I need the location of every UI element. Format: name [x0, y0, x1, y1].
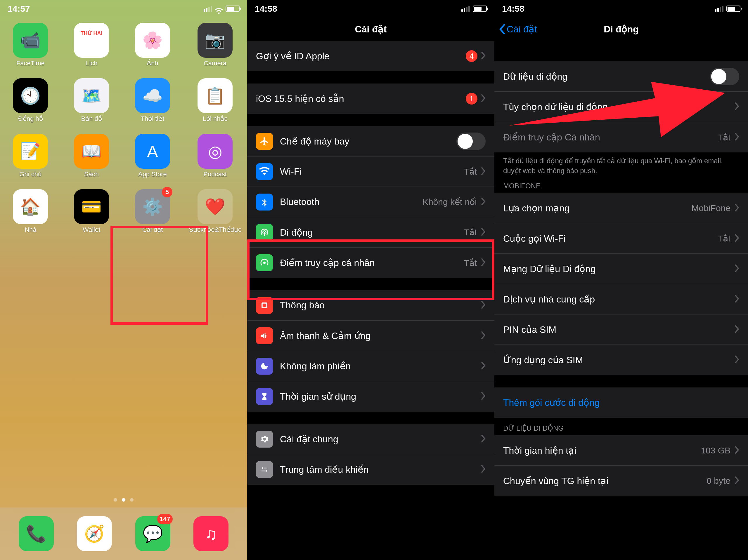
app-s-ckh-e-th-d-c[interactable]: ❤️Sứckhỏe&Thểdục: [189, 189, 241, 234]
row-label: Dữ liệu di động: [503, 71, 710, 82]
page-dot[interactable]: [114, 498, 117, 502]
row-value: Tắt: [717, 132, 730, 143]
app-nh-[interactable]: 🏠Nhà: [6, 189, 55, 234]
row-label: Dịch vụ nhà cung cấp: [503, 294, 734, 305]
badge: 1: [466, 93, 477, 104]
app-th-i-ti-t[interactable]: ☁️Thời tiết: [128, 78, 177, 123]
chevron-right-icon: [481, 465, 486, 474]
app-label: Thời tiết: [141, 115, 164, 123]
app-label: App Store: [138, 171, 167, 178]
app-podcast[interactable]: ◎Podcast: [189, 134, 241, 178]
chevron-right-icon: [734, 133, 739, 142]
dock-music[interactable]: ♫: [193, 516, 229, 551]
chevron-right-icon: [734, 204, 739, 213]
settings-row[interactable]: Cuộc gọi Wi-FiTắt: [494, 223, 748, 254]
settings-row[interactable]: Thông báo: [247, 290, 494, 321]
app-s-ch[interactable]: 📖Sách: [67, 134, 116, 178]
settings-row[interactable]: Không làm phiền: [247, 351, 494, 381]
app-facetime[interactable]: 📹FaceTime: [6, 23, 55, 67]
settings-row[interactable]: BluetoothKhông kết nối: [247, 187, 494, 217]
control-icon: [256, 461, 273, 478]
app-icon: 💳: [74, 189, 109, 224]
app-c-i-t[interactable]: ⚙️5Cài đặt: [128, 189, 177, 234]
dock-phone[interactable]: 📞: [19, 516, 54, 551]
settings-row[interactable]: Chuyển vùng TG hiện tại0 byte: [494, 466, 748, 496]
app-label: Đồng hồ: [18, 115, 43, 123]
back-button[interactable]: Cài đặt: [499, 24, 537, 35]
app-b-n-[interactable]: 🗺️Bản đồ: [67, 78, 116, 123]
app-ghi-ch-[interactable]: 📝Ghi chú: [6, 134, 55, 178]
settings-row[interactable]: PIN của SIM: [494, 314, 748, 345]
app-icon: 🏠: [13, 189, 48, 224]
dnd-icon: [256, 358, 273, 374]
app-label: Bản đồ: [81, 115, 102, 123]
status-bar: 14:58: [494, 0, 748, 18]
app--nh[interactable]: 🌸Ảnh: [128, 23, 177, 67]
cellular-icon: [256, 224, 273, 241]
chevron-right-icon: [734, 234, 739, 243]
settings-row[interactable]: Chế độ máy bay: [247, 126, 494, 156]
dock: 📞🧭💬147♫: [0, 507, 247, 560]
status-right: [715, 5, 741, 12]
settings-row[interactable]: Thời gian sử dụng: [247, 381, 494, 412]
chevron-right-icon: [481, 228, 486, 237]
settings-row[interactable]: Ứng dụng của SIM: [494, 345, 748, 375]
settings-row[interactable]: Di độngTắt: [247, 217, 494, 248]
app-app-store[interactable]: AApp Store: [128, 134, 177, 178]
badge: 4: [466, 50, 477, 62]
app-l-ch[interactable]: THỨ HAI6Lịch: [67, 23, 116, 67]
settings-row[interactable]: Gợi ý về ID Apple4: [247, 41, 494, 71]
add-plan-row[interactable]: Thêm gói cước di động: [494, 387, 748, 418]
page-dot[interactable]: [130, 498, 134, 502]
app-label: Sách: [84, 171, 99, 178]
app--ng-h-[interactable]: 🕙Đồng hồ: [6, 78, 55, 123]
chevron-right-icon: [481, 301, 486, 310]
calendar-icon: THỨ HAI6: [74, 23, 109, 58]
app-l-i-nh-c[interactable]: 📋Lời nhắc: [189, 78, 241, 123]
settings-row[interactable]: Mạng Dữ liệu Di động: [494, 254, 748, 284]
apps-grid: 📹FaceTimeTHỨ HAI6Lịch🌸Ảnh📷Camera🕙Đồng hồ…: [0, 18, 247, 234]
settings-row[interactable]: Dữ liệu di động: [494, 61, 748, 92]
settings-row[interactable]: Điểm truy cập cá nhânTắt: [247, 248, 494, 278]
row-label: Điểm truy cập Cá nhân: [503, 132, 717, 143]
row-label: Mạng Dữ liệu Di động: [503, 263, 734, 274]
settings-row[interactable]: Wi-FiTắt: [247, 156, 494, 187]
badge: 5: [162, 187, 172, 197]
settings-row[interactable]: Tùy chọn dữ liệu di động: [494, 92, 748, 122]
chevron-right-icon: [734, 265, 739, 273]
settings-row[interactable]: Cài đặt chung: [247, 424, 494, 454]
dock-safari[interactable]: 🧭: [77, 516, 112, 551]
app-label: Sứckhỏe&Thểdục: [189, 226, 241, 234]
app-wallet[interactable]: 💳Wallet: [67, 189, 116, 234]
svg-point-0: [263, 262, 266, 264]
chevron-right-icon: [734, 295, 739, 303]
page-dot[interactable]: [122, 498, 125, 502]
chevron-right-icon: [734, 356, 739, 364]
settings-row[interactable]: Lựa chọn mạngMobiFone: [494, 193, 748, 223]
panel-cellular: 14:58 Cài đặt Di động Dữ liệu di độngTùy…: [494, 0, 748, 560]
row-label: Cuộc gọi Wi-Fi: [503, 233, 717, 244]
row-label: Âm thanh & Cảm ứng: [280, 330, 481, 341]
settings-row[interactable]: Dịch vụ nhà cung cấp: [494, 284, 748, 314]
app-icon: 🗺️: [74, 78, 109, 113]
status-right: [204, 5, 240, 12]
dock-messages[interactable]: 💬147: [135, 516, 170, 551]
bluetooth-icon: [256, 194, 273, 211]
status-bar: 14:58: [247, 0, 494, 18]
app-label: Lịch: [85, 59, 97, 67]
row-label: Thời gian sử dụng: [280, 391, 481, 402]
toggle[interactable]: [457, 132, 486, 150]
settings-row[interactable]: Thời gian hiện tại103 GB: [494, 435, 748, 466]
row-value: Tắt: [464, 166, 477, 177]
chevron-right-icon: [481, 362, 486, 370]
clock: 14:58: [255, 4, 277, 14]
row-label: Gợi ý về ID Apple: [256, 50, 466, 62]
app-camera[interactable]: 📷Camera: [189, 23, 241, 67]
svg-rect-6: [261, 471, 265, 471]
settings-row[interactable]: iOS 15.5 hiện có sẵn1: [247, 83, 494, 114]
row-label: Thời gian hiện tại: [503, 445, 701, 456]
settings-row[interactable]: Điểm truy cập Cá nhânTắt: [494, 122, 748, 152]
settings-row[interactable]: Trung tâm điều khiển: [247, 454, 494, 485]
toggle[interactable]: [710, 68, 739, 85]
settings-row[interactable]: Âm thanh & Cảm ứng: [247, 321, 494, 351]
